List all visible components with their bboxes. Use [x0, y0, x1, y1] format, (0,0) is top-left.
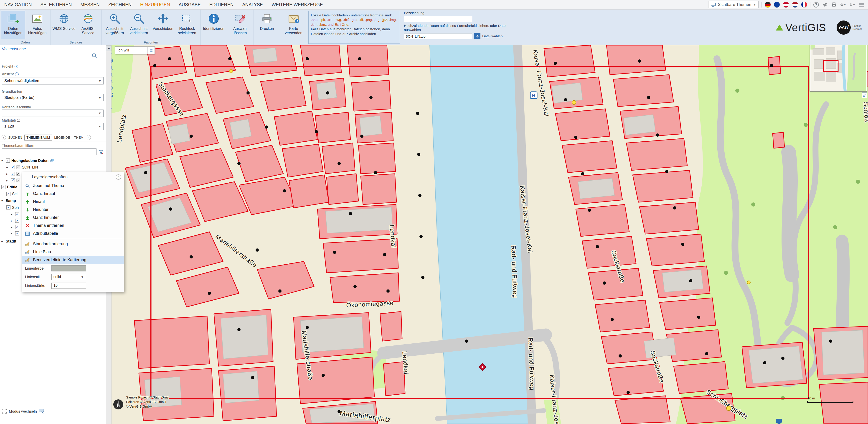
tree-item-son-lin[interactable]: ▸ ✓ SON_LIN: [6, 164, 38, 170]
upload-file-button[interactable]: [474, 33, 480, 39]
search-icon[interactable]: [92, 53, 97, 59]
tab-scroll-left-button[interactable]: ‹: [1, 135, 6, 140]
tree-item-hochgeladene-daten[interactable]: ▾ ✓ Hochgeladene Daten: [1, 158, 55, 163]
fulltext-search-input[interactable]: [2, 52, 89, 59]
tree-caret-icon[interactable]: ▸: [11, 219, 14, 222]
checkbox-checked[interactable]: ✓: [15, 225, 19, 229]
info-icon[interactable]: i: [14, 65, 18, 68]
tree-item-sample[interactable]: ▾ Samp: [1, 198, 16, 204]
close-icon[interactable]: ✕: [116, 175, 121, 180]
line-style-select[interactable]: solid ▼: [52, 274, 86, 280]
tree-caret-icon[interactable]: ▸: [11, 232, 14, 235]
menu-tab-weitere-werkzeuge[interactable]: WEITERE WERKZEUGE: [267, 2, 327, 7]
tree-caret-icon[interactable]: ▸: [1, 240, 4, 243]
screen-share-icon[interactable]: [775, 418, 782, 424]
checkbox-checked[interactable]: ✓: [11, 165, 15, 169]
menu-item-standardkartierung[interactable]: Standardkartierung: [22, 240, 124, 248]
add-data-button[interactable]: Daten hinzufügen: [1, 11, 25, 39]
tree-item[interactable]: ▸ ✓: [11, 211, 21, 217]
menu-tab-messen[interactable]: MESSEN: [76, 2, 104, 7]
checkbox-checked[interactable]: ✓: [6, 192, 10, 196]
kartenausschnitte-select[interactable]: ▼: [2, 110, 103, 117]
checkbox-checked[interactable]: ✓: [6, 158, 10, 162]
menu-item-thema-entfernen[interactable]: Thema entfernen: [22, 221, 124, 230]
map-viewport[interactable]: Lendplatz Stockergasse Mariahilferstraße…: [112, 45, 868, 424]
file-name-input[interactable]: [404, 33, 472, 39]
tree-caret-icon[interactable]: ▾: [1, 159, 4, 162]
flag-france-icon[interactable]: [801, 2, 807, 8]
menu-item-attributtabelle[interactable]: Attributtabelle: [22, 230, 124, 238]
identify-button[interactable]: Identifizieren: [202, 11, 226, 44]
user-icon[interactable]: ▼: [849, 2, 855, 8]
tree-caret-icon[interactable]: ▸: [6, 172, 9, 176]
tree-item[interactable]: ✓ Sel: [6, 191, 18, 197]
tree-item[interactable]: ▸ ✓: [11, 218, 21, 223]
tree-item[interactable]: ▸ ✓: [11, 231, 21, 236]
mode-switch-button[interactable]: Modus wechseln: [2, 409, 44, 414]
menu-tab-selektieren[interactable]: SELEKTIEREN: [36, 2, 76, 7]
menu-tab-ausgabe[interactable]: AUSGABE: [174, 2, 205, 7]
tree-item[interactable]: ▸ ✓: [6, 171, 22, 177]
overview-map[interactable]: [810, 43, 867, 92]
menu-item-ganz-hinauf[interactable]: Ganz hinauf: [22, 190, 124, 198]
tree-item[interactable]: ▸ ✓: [6, 177, 22, 183]
tree-item-editieren[interactable]: ✓ Editie: [1, 184, 17, 190]
tree-item[interactable]: ▸ ✓: [11, 224, 21, 230]
zoom-in-extent-button[interactable]: Ausschnitt vergrößern: [103, 11, 127, 39]
help-icon[interactable]: ?: [813, 2, 819, 7]
choose-file-button[interactable]: Datei wählen: [482, 34, 503, 38]
print-icon[interactable]: [831, 2, 837, 8]
tree-caret-icon[interactable]: ▸: [11, 213, 14, 216]
line-width-input[interactable]: [52, 282, 86, 289]
checkbox-checked[interactable]: ✓: [6, 205, 10, 210]
tab-them[interactable]: THEM: [72, 135, 85, 140]
massstab-select[interactable]: 1.128▼: [2, 123, 103, 130]
tree-item[interactable]: ✓ Seh: [6, 205, 19, 210]
grundkarten-select[interactable]: Stadtplan (Farbe)▼: [2, 94, 103, 101]
map-canvas[interactable]: Lendplatz Stockergasse Mariahilferstraße…: [112, 45, 868, 424]
checkbox-checked[interactable]: ✓: [15, 219, 19, 223]
menu-item-linie-blau[interactable]: Linie Blau: [22, 248, 124, 256]
ansicht-select[interactable]: Sehenswürdigkeiten▼: [2, 77, 103, 85]
menu-tab-hinzufuegen[interactable]: HINZUFÜGEN: [136, 2, 174, 7]
tab-legende[interactable]: LEGENDE: [52, 135, 72, 140]
tree-caret-icon[interactable]: ▾: [1, 199, 4, 203]
checkbox-checked[interactable]: ✓: [11, 172, 15, 176]
filter-clear-icon[interactable]: [98, 149, 104, 155]
flag-austria-icon[interactable]: [783, 2, 789, 8]
hamburger-menu-icon[interactable]: [858, 2, 864, 8]
settings-gear-icon[interactable]: ▼: [840, 2, 846, 8]
link-icon[interactable]: [822, 2, 828, 8]
checkbox-checked[interactable]: ✓: [15, 212, 19, 216]
menu-item-zoom-auf-thema[interactable]: Zoom auf Thema: [22, 182, 124, 190]
clear-selection-button[interactable]: Auswahl löschen: [228, 11, 252, 44]
themenbaum-filter-input[interactable]: [2, 149, 96, 155]
tree-caret-icon[interactable]: ▸: [6, 179, 9, 182]
ich-will-menu-button[interactable]: [148, 47, 155, 54]
fulltext-search-link[interactable]: Volltextsuche: [2, 47, 26, 52]
arcgis-service-button[interactable]: ArcGIS-Service: [76, 11, 100, 39]
menu-item-ganz-hinunter[interactable]: Ganz hinunter: [22, 214, 124, 221]
overview-toggle-button[interactable]: [862, 92, 867, 98]
menu-tab-navigation[interactable]: NAVIGATION: [0, 2, 36, 7]
flag-german-icon[interactable]: [765, 2, 771, 8]
pan-button[interactable]: Verschieben: [151, 11, 175, 39]
tree-caret-icon[interactable]: ▸: [11, 225, 14, 229]
menu-item-benutzerdefinierte-kartierung[interactable]: Benutzerdefinierte Kartierung: [22, 256, 124, 264]
tab-suchen[interactable]: SUCHEN: [6, 135, 24, 140]
sidebar-collapse-button[interactable]: ◂: [106, 45, 112, 51]
checkbox-checked[interactable]: ✓: [15, 231, 19, 236]
tab-themenbaum[interactable]: THEMENBAUM: [24, 134, 52, 141]
tree-caret-icon[interactable]: ▸: [6, 165, 9, 169]
zoom-out-extent-button[interactable]: Ausschnitt verkleinern: [127, 11, 151, 39]
menu-tab-editieren[interactable]: EDITIEREN: [205, 2, 238, 7]
menu-tab-analyse[interactable]: ANALYSE: [238, 2, 267, 7]
flag-netherlands-icon[interactable]: [792, 2, 798, 8]
line-color-swatch[interactable]: [52, 265, 86, 271]
menu-tab-zeichnen[interactable]: ZEICHNEN: [104, 2, 136, 7]
menu-item-hinunter[interactable]: Hinunter: [22, 206, 124, 214]
wms-service-button[interactable]: WMS-Service: [52, 11, 76, 39]
rectangle-select-button[interactable]: Rechteck selektieren: [175, 11, 199, 39]
flag-eu-icon[interactable]: [774, 2, 780, 8]
checkbox-checked[interactable]: ✓: [11, 178, 15, 182]
